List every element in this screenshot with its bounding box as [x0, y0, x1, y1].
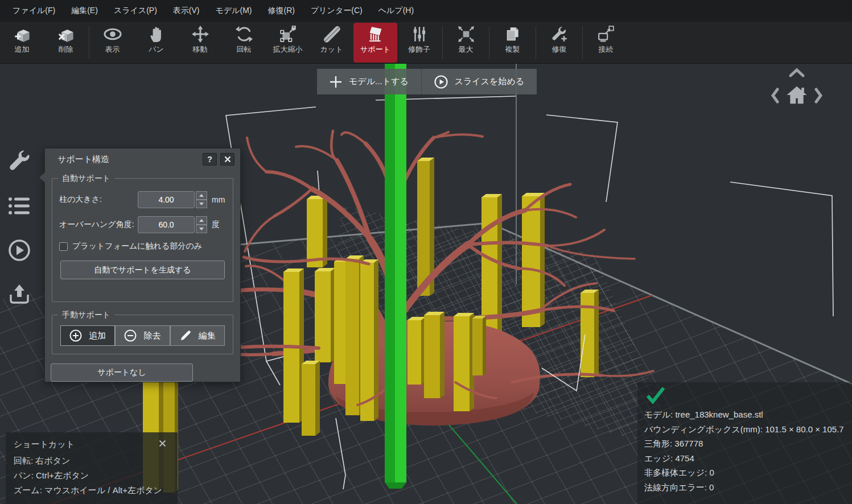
- auto-support-group: 自動サポート 柱の大きさ: 4.00 mm オーバーハング角度: 60.0 度: [52, 178, 233, 302]
- menu-repair[interactable]: 修復(R): [260, 0, 303, 22]
- pencil-icon: [179, 329, 192, 342]
- pillar-size-unit: mm: [212, 195, 225, 204]
- toolbar-separator: [442, 26, 443, 59]
- dialog-title-bar: サポート構造 ?: [45, 148, 240, 170]
- hand-icon: [149, 23, 164, 46]
- play-circle-icon: [434, 75, 448, 89]
- toolbar-duplicate-button[interactable]: 複製: [491, 23, 534, 63]
- nav-left-chevron[interactable]: [770, 86, 780, 105]
- manual-support-group: 手動サポート 追加 除去 編集: [52, 315, 233, 354]
- toolbar: 追加 削除 表示 パン 移動 回転 拡大縮小 カット: [0, 22, 852, 64]
- move-icon: [192, 23, 209, 46]
- overhang-angle-unit: 度: [212, 220, 220, 230]
- scale-icon: [279, 23, 297, 46]
- auto-support-legend: 自動サポート: [58, 173, 114, 184]
- menu-edit[interactable]: 編集(E): [63, 0, 106, 22]
- toolbar-rotate-button[interactable]: 回転: [222, 23, 266, 63]
- shortcut-pan: パン: Ctrl+左ボタン: [14, 468, 170, 483]
- circle-minus-icon: [124, 329, 137, 342]
- shortcut-zoom: ズーム: マウスホイール / Alt+左ボタン: [14, 483, 170, 498]
- nav-right-chevron[interactable]: [813, 86, 824, 105]
- support-settings-button[interactable]: [6, 149, 33, 174]
- overhang-angle-label: オーバーハング角度:: [59, 220, 138, 230]
- viewport-3d[interactable]: モデル...トする スライスを始める サポート構造: [0, 64, 852, 504]
- shortcuts-title: ショートカット: [14, 439, 75, 450]
- close-icon: [224, 156, 231, 163]
- toolbar-repair-button[interactable]: 修復: [537, 23, 581, 63]
- toolbar-pan-button[interactable]: パン: [134, 23, 178, 63]
- support-icon: [367, 23, 384, 46]
- modifier-icon: [411, 23, 427, 46]
- toolbar-scale-button[interactable]: 拡大縮小: [266, 23, 310, 63]
- cut-icon: [323, 23, 340, 46]
- manual-remove-button[interactable]: 除去: [115, 325, 170, 346]
- toolbar-separator: [582, 26, 583, 59]
- nav-home-button[interactable]: [785, 83, 809, 107]
- plus-icon: [330, 76, 342, 88]
- eye-icon: [103, 23, 122, 46]
- check-icon: [644, 386, 667, 405]
- export-button[interactable]: [6, 282, 33, 307]
- maximize-icon: [458, 23, 475, 46]
- list-icon: [8, 196, 31, 216]
- toolbar-show-button[interactable]: 表示: [90, 23, 134, 63]
- generate-supports-button[interactable]: 自動でサポートを生成する: [60, 261, 225, 279]
- info-model-name: モデル: tree_183knew_base.stl: [644, 407, 852, 422]
- menu-slice[interactable]: スライス(P): [106, 0, 165, 22]
- toolbar-maximize-button[interactable]: 最大: [444, 23, 488, 63]
- toolbar-modifier-button[interactable]: 修飾子: [397, 23, 441, 63]
- start-print-button[interactable]: [6, 238, 33, 263]
- model-list-button[interactable]: [6, 193, 33, 218]
- toolbar-separator: [89, 26, 89, 59]
- manual-edit-button[interactable]: 編集: [170, 325, 225, 346]
- manual-add-button[interactable]: 追加: [60, 325, 115, 346]
- toolbar-add-button[interactable]: 追加: [0, 23, 44, 63]
- toolbar-move-button[interactable]: 移動: [178, 23, 222, 63]
- circle-plus-icon: [69, 329, 82, 342]
- menu-view[interactable]: 表示(V): [165, 0, 208, 22]
- close-button[interactable]: [220, 153, 234, 166]
- duplicate-icon: [504, 23, 521, 46]
- dialog-title: サポート構造: [57, 154, 109, 165]
- close-icon: [159, 440, 166, 447]
- platform-only-checkbox[interactable]: [59, 242, 68, 251]
- import-model-button[interactable]: モデル...トする: [317, 69, 421, 94]
- upload-icon: [8, 283, 31, 306]
- menu-printer[interactable]: プリンター(C): [303, 0, 371, 22]
- pillar-size-up-button[interactable]: [196, 191, 207, 200]
- no-support-button[interactable]: サポートなし: [51, 363, 193, 382]
- toolbar-separator: [536, 26, 536, 59]
- connect-icon: [598, 23, 615, 46]
- platform-only-label: プラットフォームに触れる部分のみ: [72, 241, 202, 251]
- help-button[interactable]: ?: [203, 153, 217, 166]
- play-icon: [7, 238, 31, 262]
- top-action-bar: モデル...トする スライスを始める: [317, 69, 537, 94]
- info-normal-errors: 法線方向エラー: 0: [644, 480, 852, 495]
- shortcuts-panel: ショートカット 回転: 右ボタン パン: Ctrl+左ボタン ズーム: マウスホ…: [6, 432, 178, 504]
- shortcuts-close-button[interactable]: [159, 439, 166, 450]
- pillar-size-down-button[interactable]: [196, 200, 207, 208]
- rotate-icon: [236, 23, 253, 46]
- overhang-angle-input[interactable]: 60.0: [138, 216, 195, 233]
- green-pillar: [385, 64, 406, 489]
- pillar-size-input[interactable]: 4.00: [138, 191, 195, 208]
- toolbar-support-button[interactable]: サポート: [353, 23, 397, 63]
- toolbar-connect-button[interactable]: 接続: [584, 23, 628, 63]
- manual-support-legend: 手動サポート: [58, 310, 114, 320]
- overhang-down-button[interactable]: [196, 225, 207, 233]
- support-structure-dialog: サポート構造 ? 自動サポート 柱の大きさ: 4.00 mm オーバーハング角度…: [44, 148, 241, 382]
- toolbar-cut-button[interactable]: カット: [310, 23, 353, 63]
- toolbar-separator: [489, 26, 489, 59]
- info-nonmanifold-edges: 非多様体エッジ: 0: [644, 465, 852, 480]
- nav-up-chevron[interactable]: [787, 67, 806, 79]
- toolbar-delete-button[interactable]: 削除: [44, 23, 88, 63]
- info-bounding-box: バウンディングボックス(mm): 101.5 × 80.0 × 105.7: [644, 422, 852, 437]
- info-edges: エッジ: 4754: [644, 451, 852, 466]
- wrench-icon: [7, 149, 32, 174]
- menu-model[interactable]: モデル(M): [208, 0, 260, 22]
- menu-help[interactable]: ヘルプ(H): [371, 0, 422, 22]
- side-tool-column: [5, 149, 34, 307]
- menu-file[interactable]: ファイル(F): [5, 0, 63, 22]
- overhang-up-button[interactable]: [196, 216, 207, 225]
- start-slice-button[interactable]: スライスを始める: [422, 69, 537, 94]
